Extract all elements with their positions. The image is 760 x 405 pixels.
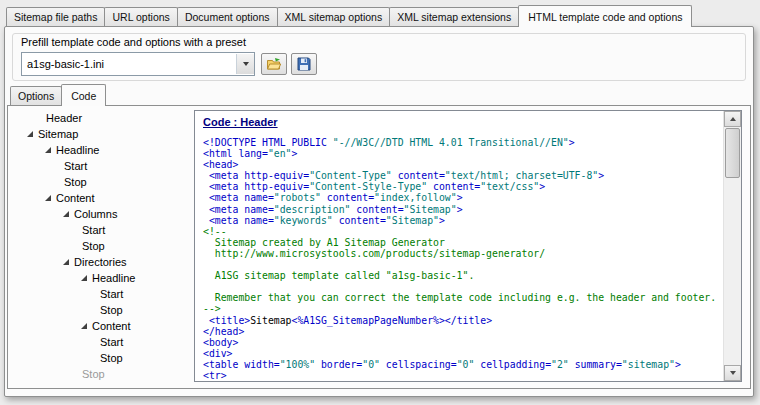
tree-item-start[interactable]: Start [14,334,192,350]
tree-item-stop[interactable]: Stop [14,174,192,190]
code-editor[interactable]: <!DOCTYPE HTML PUBLIC "-//W3C//DTD HTML … [203,137,721,379]
code-segment: summary= [569,359,622,370]
code-segment: > [598,170,604,181]
scrollbar-thumb[interactable] [725,128,740,178]
tree-item-start[interactable]: Start [14,222,192,238]
tree-item-label: Start [100,288,123,300]
tab-xml-sitemap-extensions[interactable]: XML sitemap extensions [389,7,519,26]
code-line: Remember that you can correct the templa… [203,292,721,303]
tree-item-directories[interactable]: Directories [14,254,192,270]
tree-item-stop[interactable]: Stop [14,302,192,318]
code-segment: "keywords" [274,215,333,226]
code-line: <meta name="robots" content="index,follo… [203,192,721,203]
code-segment: <tr> [203,370,227,379]
tree-item-stop[interactable]: Stop [14,366,192,382]
code-segment: <title> [203,315,250,326]
preset-combobox[interactable]: a1sg-basic-1.ini [21,52,255,76]
expander-icon[interactable] [44,193,54,203]
code-scrollbar[interactable] [723,111,741,381]
main-tab-page: Prefill template code and options with a… [4,26,754,397]
code-segment: "0" [362,359,380,370]
code-line: <meta name="description" content="Sitema… [203,204,721,215]
preset-groupbox: Prefill template code and options with a… [12,33,746,81]
tab-document-options[interactable]: Document options [177,7,278,26]
code-segment: cellpadding= [474,359,551,370]
code-segment: Sitemap [250,315,291,326]
tree-item-columns[interactable]: Columns [14,206,192,222]
load-preset-button[interactable] [261,53,287,75]
scroll-up-button[interactable] [724,111,741,127]
tab-xml-sitemap-options[interactable]: XML sitemap options [277,7,391,26]
code-segment: > [439,215,445,226]
code-segment: content= [333,215,386,226]
code-line: <div> [203,348,721,359]
code-segment: "0" [457,359,475,370]
tree-item-stop[interactable]: Stop [14,350,192,366]
tree-item-label: Stop [82,240,105,252]
tab-code[interactable]: Code [61,84,106,106]
tree-item-label: Directories [74,256,127,268]
tree-item-headline[interactable]: Headline [14,270,192,286]
tree-item-label: Stop [64,176,87,188]
code-segment: "en" [268,148,292,159]
tree-item-label: Start [82,224,105,236]
tab-html-template-code-and-options[interactable]: HTML template code and options [518,5,692,27]
code-line: <title>Sitemap<%A1SG_SitemapPageNumber%>… [203,315,721,326]
code-segment: <table width= [203,359,280,370]
code-line: A1SG sitemap template called "a1sg-basic… [203,270,721,281]
code-segment: "-//W3C//DTD HTML 4.01 Transitional//EN" [333,137,569,148]
code-segment: > [291,148,297,159]
tab-url-options[interactable]: URL options [104,7,177,26]
code-segment: border= [315,359,362,370]
preset-group-label: Prefill template code and options with a… [21,36,246,48]
code-segment: <meta name= [203,204,274,215]
code-segment: "Sitemap" [404,204,457,215]
expander-icon[interactable] [62,257,72,267]
code-line: <meta http-equiv="Content-Style-Type" co… [203,181,721,192]
code-segment: "text/html; charset=UTF-8" [445,170,598,181]
tree-item-label: Start [64,160,87,172]
code-segment: A1SG sitemap template called "a1sg-basic… [203,270,474,281]
save-preset-button[interactable] [291,53,317,75]
code-line: --> [203,303,721,314]
tab-sitemap-file-paths[interactable]: Sitemap file paths [6,7,105,26]
code-segment: content= [427,181,480,192]
tree-item-label: Headline [56,144,99,156]
tree-item-headline[interactable]: Headline [14,142,192,158]
code-segment: Remember that you can correct the templa… [203,292,716,303]
code-segment: "100%" [280,359,315,370]
code-line: <meta http-equiv="Content-Type" content=… [203,170,721,181]
tree-item-content[interactable]: Content [14,318,192,334]
tree-item-label: Start [100,336,123,348]
expander-icon[interactable] [80,273,90,283]
tree-item-label: Stop [82,368,105,380]
code-segment: <!DOCTYPE HTML PUBLIC [203,137,333,148]
expander-icon[interactable] [44,145,54,155]
tree-item-start[interactable]: Start [14,158,192,174]
code-segment: <meta name= [203,192,274,203]
open-folder-icon [266,56,282,72]
code-segment: > [539,181,545,192]
expander-icon[interactable] [62,209,72,219]
combo-dropdown-button[interactable] [236,54,254,74]
scroll-down-button[interactable] [724,365,741,381]
expander-icon[interactable] [26,129,36,139]
code-segment: <div> [203,348,233,359]
tree-item-sitemap[interactable]: Sitemap [14,126,192,142]
tree-item-header[interactable]: Header [14,110,192,126]
tree-item-start[interactable]: Start [14,286,192,302]
arrow-up-icon [730,117,736,121]
code-segment: <meta http-equiv= [203,181,309,192]
template-sections-tree: HeaderSitemapHeadlineStartStopContentCol… [14,110,192,384]
preset-combobox-value: a1sg-basic-1.ini [22,58,236,70]
tab-options[interactable]: Options [10,86,62,105]
chevron-down-icon [243,62,249,66]
code-segment: <head> [203,159,238,170]
preset-row: a1sg-basic-1.ini [21,52,317,76]
tree-item-label: Sitemap [38,128,78,140]
tree-item-stop[interactable]: Stop [14,238,192,254]
code-segment: cellspacing= [380,359,457,370]
expander-icon[interactable] [80,321,90,331]
tree-item-content[interactable]: Content [14,190,192,206]
code-segment: <html lang= [203,148,268,159]
